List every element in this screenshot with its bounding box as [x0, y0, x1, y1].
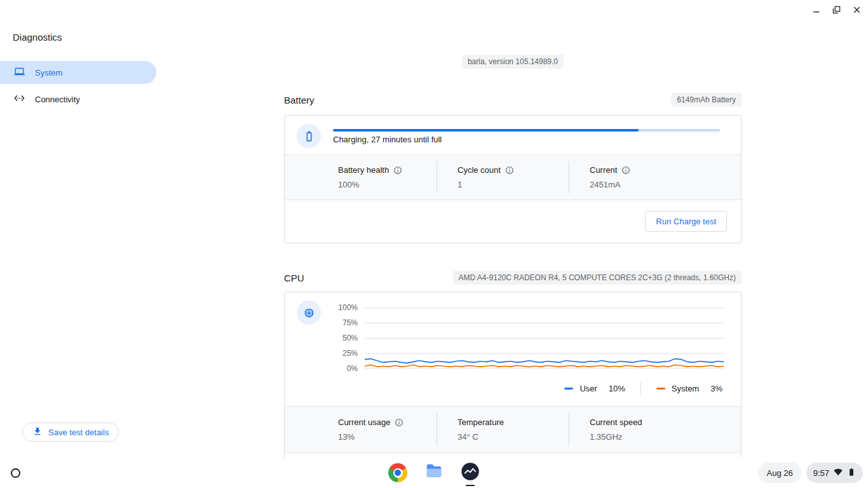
wifi-icon [834, 468, 843, 478]
close-button[interactable] [846, 3, 867, 19]
battery-icon [297, 124, 321, 148]
battery-status-icon [847, 468, 856, 478]
restore-icon [832, 6, 841, 16]
sidebar-item-label: System [35, 68, 62, 78]
stat-label: Battery health [338, 165, 389, 175]
battery-section-header: Battery 6149mAh Battery [284, 93, 742, 107]
cpu-chart-legend: User 10% System 3% [564, 381, 722, 395]
close-icon [853, 6, 861, 16]
stat-current-speed: Current speed 1.35GHz [569, 407, 741, 452]
sidebar-item-connectivity[interactable]: Connectivity [0, 88, 156, 111]
window-controls [806, 3, 867, 19]
stat-value: 1 [458, 180, 569, 189]
stat-label: Temperature [458, 417, 504, 427]
minimize-icon [812, 6, 820, 16]
y-tick: 75% [342, 318, 358, 327]
legend-value: 3% [710, 384, 722, 393]
battery-progress-bar [333, 129, 720, 132]
system-series-swatch [656, 388, 665, 390]
battery-card: Charging, 27 minutes until full Battery … [284, 115, 742, 243]
info-icon[interactable] [393, 166, 402, 175]
divider [641, 381, 641, 395]
battery-section-title: Battery [284, 95, 315, 105]
cpu-chart-series [365, 308, 724, 369]
charge-status-text: Charging, 27 minutes until full [333, 135, 442, 144]
shelf-time: 9:57 [813, 468, 829, 478]
stat-cycle-count: Cycle count 1 [437, 155, 569, 200]
shelf: Aug 26 9:57 [0, 458, 868, 488]
divider [285, 452, 741, 453]
sidebar-item-label: Connectivity [35, 95, 80, 104]
shelf-app-diagnostics[interactable] [461, 458, 480, 488]
info-icon[interactable] [621, 166, 630, 175]
main-content: barla, version 105.14989.0 Battery 6149m… [284, 0, 742, 488]
download-icon [32, 426, 43, 438]
save-test-details-button[interactable]: Save test details [22, 423, 119, 442]
stat-temperature: Temperature 34° C [437, 407, 569, 452]
stat-value: 1.35GHz [590, 432, 741, 442]
shelf-app-files[interactable] [424, 458, 444, 488]
stat-label: Current usage [338, 417, 390, 427]
shelf-date: Aug 26 [766, 468, 792, 478]
files-folder-icon [424, 462, 444, 484]
battery-stats-row: Battery health 100% Cycle count 1 Curren… [285, 155, 741, 200]
page-title: Diagnostics [13, 32, 62, 43]
save-test-details-label: Save test details [48, 428, 109, 437]
laptop-icon [14, 66, 25, 79]
status-tray-button[interactable]: 9:57 [806, 463, 863, 483]
cpu-badge: AMD A4-9120C RADEON R4, 5 COMPUTE CORES … [453, 271, 742, 285]
minimize-button[interactable] [806, 3, 826, 19]
run-charge-test-button[interactable]: Run Charge test [645, 211, 727, 232]
stat-current: Current 2451mA [569, 155, 741, 200]
stat-value: 2451mA [590, 180, 741, 189]
launcher-button[interactable] [4, 461, 27, 484]
legend-value: 10% [609, 384, 625, 393]
shelf-date-button[interactable]: Aug 26 [758, 463, 801, 483]
cpu-section-title: CPU [284, 273, 304, 283]
launcher-icon [11, 468, 20, 478]
chrome-icon [388, 463, 407, 482]
stat-value: 100% [338, 180, 437, 189]
sidebar-item-system[interactable]: System [0, 61, 156, 84]
stat-value: 13% [338, 432, 437, 442]
sidebar: System Connectivity [0, 61, 156, 114]
active-app-indicator [466, 485, 475, 486]
battery-progress-fill [333, 129, 639, 132]
stat-label: Current speed [590, 417, 642, 427]
y-tick: 100% [338, 303, 358, 312]
battery-badge: 6149mAh Battery [671, 93, 742, 107]
shelf-status-area: Aug 26 9:57 [758, 463, 863, 483]
legend-label: User [580, 384, 597, 393]
stat-label: Cycle count [458, 165, 501, 175]
info-icon[interactable] [505, 166, 514, 175]
shelf-apps [388, 458, 480, 488]
user-series-swatch [564, 388, 573, 390]
shelf-app-chrome[interactable] [388, 458, 407, 488]
stat-value: 34° C [458, 432, 569, 442]
version-badge: barla, version 105.14989.0 [462, 55, 564, 69]
y-tick: 50% [342, 334, 358, 342]
diagnostics-app-icon [461, 462, 480, 484]
cpu-stats-row: Current usage 13% Temperature 34° C Curr… [285, 407, 741, 452]
cpu-section-header: CPU AMD A4-9120C RADEON R4, 5 COMPUTE CO… [284, 271, 742, 285]
stat-label: Current [590, 165, 617, 175]
y-tick: 25% [342, 349, 358, 358]
restore-button[interactable] [826, 3, 846, 19]
cpu-usage-chart [365, 308, 724, 369]
stat-battery-health: Battery health 100% [338, 155, 437, 200]
stat-current-usage: Current usage 13% [338, 407, 437, 452]
cpu-chart-y-axis: 100% 75% 50% 25% 0% [285, 292, 358, 375]
code-icon [14, 93, 25, 105]
info-icon[interactable] [395, 418, 403, 427]
y-tick: 0% [347, 364, 358, 373]
legend-label: System [672, 384, 699, 393]
